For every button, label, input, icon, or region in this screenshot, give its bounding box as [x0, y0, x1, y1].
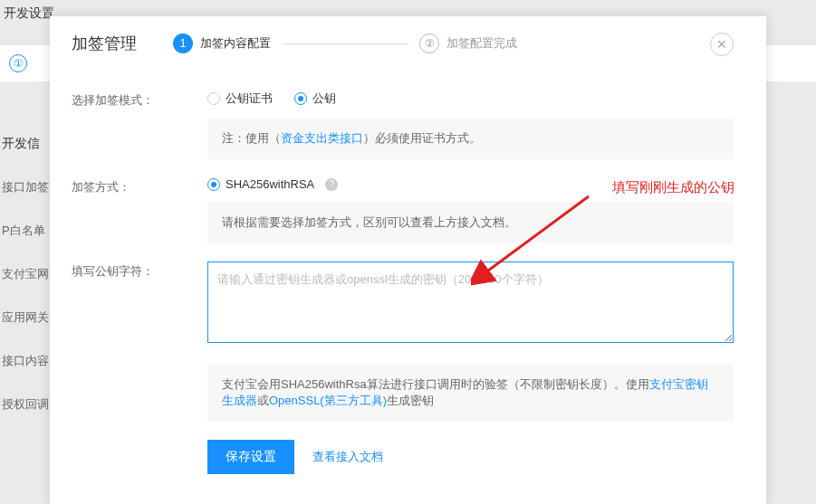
radio-circle-unchecked: [207, 92, 220, 105]
step-1-label: 加签内容配置: [200, 35, 271, 52]
step-1: 1 加签内容配置: [173, 33, 271, 53]
note-public-key: 支付宝会用SHA256withRsa算法进行接口调用时的验签（不限制密钥长度）。…: [207, 364, 734, 422]
step-1-circle: 1: [173, 33, 193, 53]
radio-pubkey[interactable]: 公钥: [294, 90, 336, 107]
note-sign-method: 请根据需要选择加签方式，区别可以查看上方接入文档。: [207, 202, 734, 243]
step-connector: [282, 43, 408, 44]
keynote-suffix: 生成密钥: [387, 394, 434, 407]
row-sign-mode: 选择加签模式： 公钥证书 公钥 注：使用（资金支出类接口）必须使用证: [72, 90, 734, 159]
step-2-label: 加签配置完成: [446, 35, 517, 52]
radio-dot: [298, 96, 303, 101]
label-sign-mode: 选择加签模式：: [72, 90, 207, 159]
radio-dot: [211, 182, 216, 187]
bg-sidebar-item[interactable]: 接口内容: [0, 353, 54, 369]
radio-circle-checked: [207, 178, 220, 191]
close-icon: ✕: [716, 37, 727, 52]
public-key-textarea[interactable]: [207, 262, 734, 343]
label-sign-method: 加签方式：: [72, 177, 207, 243]
note-sign-mode: 注：使用（资金支出类接口）必须使用证书方式。: [207, 118, 734, 159]
row-sign-method: 加签方式： SHA256withRSA ? 请根据需要选择加签方式，区别可以查看…: [72, 177, 734, 243]
content-sign-mode: 公钥证书 公钥 注：使用（资金支出类接口）必须使用证书方式。: [207, 90, 734, 159]
step-2: ② 加签配置完成: [419, 33, 517, 53]
action-row: 保存设置 查看接入文档: [207, 440, 734, 474]
bg-sidebar-item[interactable]: 接口加签: [0, 179, 54, 195]
radio-cert[interactable]: 公钥证书: [207, 90, 273, 107]
sign-manage-modal: 加签管理 1 加签内容配置 ② 加签配置完成 ✕ 选择加签模式： 公钥证: [50, 16, 766, 504]
link-openssl[interactable]: OpenSSL(第三方工具): [269, 394, 387, 407]
radio-group-mode: 公钥证书 公钥: [207, 90, 734, 107]
label-public-key: 填写公钥字符：: [72, 262, 207, 474]
bg-tab-step-1: ①: [9, 54, 27, 72]
bg-sidebar-heading: 开发信: [0, 136, 54, 152]
keynote-mid: 或: [257, 394, 269, 407]
step-2-circle: ②: [419, 33, 439, 53]
keynote-prefix: 支付宝会用SHA256withRsa算法进行接口调用时的验签（不限制密钥长度）。…: [222, 377, 649, 391]
content-sign-method: SHA256withRSA ? 请根据需要选择加签方式，区别可以查看上方接入文档…: [207, 177, 734, 243]
link-fund-interface[interactable]: 资金支出类接口: [281, 131, 363, 145]
radio-sha256[interactable]: SHA256withRSA ?: [207, 177, 338, 191]
help-icon[interactable]: ?: [325, 178, 338, 191]
row-public-key: 填写公钥字符： 支付宝会用SHA256withRsa算法进行接口调用时的验签（不…: [72, 262, 734, 474]
step-indicator: 1 加签内容配置 ② 加签配置完成: [173, 33, 734, 53]
sign-form: 选择加签模式： 公钥证书 公钥 注：使用（资金支出类接口）必须使用证: [72, 90, 734, 474]
bg-sidebar-item[interactable]: P白名单: [0, 223, 54, 239]
radio-label-sha256: SHA256withRSA: [226, 177, 314, 191]
modal-title: 加签管理: [72, 33, 137, 54]
modal-header: 加签管理 1 加签内容配置 ② 加签配置完成 ✕: [72, 33, 734, 54]
radio-circle-checked: [294, 92, 307, 105]
note-suffix: ）必须使用证书方式。: [363, 131, 481, 145]
bg-sidebar-item[interactable]: 支付宝网: [0, 266, 54, 282]
radio-label-pubkey: 公钥: [312, 90, 336, 107]
bg-sidebar-item[interactable]: 授权回调: [0, 396, 54, 413]
close-button[interactable]: ✕: [710, 33, 734, 56]
bg-sidebar: 开发信 接口加签 P白名单 支付宝网 应用网关 接口内容 授权回调: [0, 136, 54, 440]
radio-label-cert: 公钥证书: [226, 90, 273, 107]
content-public-key: 支付宝会用SHA256withRsa算法进行接口调用时的验签（不限制密钥长度）。…: [207, 262, 734, 474]
view-docs-link[interactable]: 查看接入文档: [312, 449, 383, 465]
note-prefix: 注：使用（: [222, 131, 281, 145]
bg-sidebar-item[interactable]: 应用网关: [0, 309, 54, 326]
save-button[interactable]: 保存设置: [207, 440, 294, 474]
radio-group-method: SHA256withRSA ?: [207, 177, 734, 191]
